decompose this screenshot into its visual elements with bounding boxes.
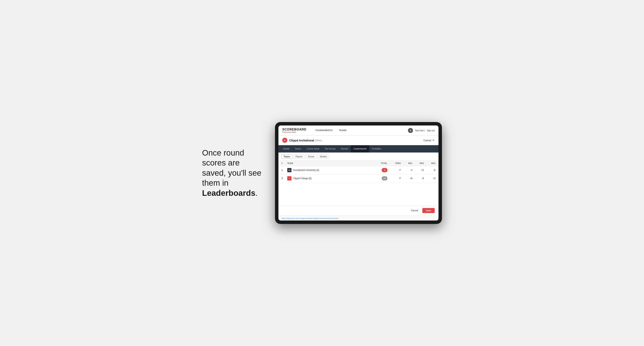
- close-icon[interactable]: ✕: [432, 139, 435, 142]
- tournament-subtitle: (Men): [315, 139, 322, 142]
- nav-tournaments[interactable]: TOURNAMENTS: [312, 126, 336, 136]
- col-rd2: RD2: [412, 162, 424, 164]
- table-row: 1 SU Scoreboard University [A] -5 F -4 +…: [278, 166, 438, 174]
- table-row: 2 C Clippd College [A] +3 F +8 -8 +3: [278, 174, 438, 182]
- sub-tab-players[interactable]: Players: [294, 155, 305, 159]
- tournament-header: C Clippd Invitational (Men) Cancel ✕: [278, 136, 438, 145]
- tab-teams[interactable]: Teams: [292, 145, 304, 153]
- tab-printables[interactable]: Printables: [369, 145, 384, 153]
- nav-right: S Test User | Sign out: [408, 128, 435, 133]
- col-thru: THRU: [388, 162, 401, 164]
- thru-2: F: [388, 177, 401, 180]
- rd2-1: +5: [412, 169, 424, 172]
- tab-details[interactable]: Details: [280, 145, 292, 153]
- cancel-button[interactable]: Cancel: [409, 208, 420, 213]
- nav-teams[interactable]: TEAMS: [336, 126, 350, 136]
- col-team: TEAM: [287, 162, 372, 164]
- sub-tab-teams[interactable]: Teams: [282, 155, 292, 159]
- col-total: TOTAL: [372, 162, 388, 164]
- sub-tab-scores[interactable]: Scores: [306, 155, 317, 159]
- tab-bar: Details Teams Course Setup Tee Groups Re…: [278, 145, 438, 153]
- footer: Cancel Save: [278, 205, 438, 215]
- col-rank: #: [282, 162, 287, 164]
- total-2: +3: [372, 176, 388, 180]
- sub-tab-strokes[interactable]: Strokes: [318, 155, 329, 159]
- col-rd1: RD1: [401, 162, 412, 164]
- sub-tab-bar: Teams Players Scores Strokes: [278, 153, 438, 161]
- team-logo-2: C: [287, 176, 292, 180]
- rd1-1: -4: [401, 169, 412, 172]
- tournament-cancel[interactable]: Cancel ✕: [424, 139, 435, 142]
- leaderboard-table: # TEAM TOTAL THRU RD1 RD2 RD3 1 SU Scor: [278, 161, 438, 182]
- rd1-2: +8: [401, 177, 412, 180]
- nav-links: TOURNAMENTS TEAMS: [312, 126, 408, 136]
- user-name: Test User |: [415, 129, 425, 132]
- thru-1: F: [388, 169, 401, 172]
- tournament-title: Clippd Invitational: [289, 139, 314, 142]
- url-bar: https://stage-blue-coach.stagescoreboard…: [278, 215, 438, 220]
- rank-1: 1: [282, 169, 287, 172]
- score-badge-1: -5: [382, 168, 388, 172]
- team-cell-2: C Clippd College [A]: [287, 176, 372, 180]
- team-logo-1: SU: [287, 168, 292, 172]
- tab-tee-groups[interactable]: Tee Groups: [322, 145, 338, 153]
- score-badge-2: +3: [382, 176, 388, 180]
- col-rd3: RD3: [424, 162, 436, 164]
- tablet-screen: SCOREBOARD Powered by clippd TOURNAMENTS…: [278, 126, 438, 220]
- total-1: -5: [372, 168, 388, 172]
- url-text: https://stage-blue-coach.stagescoreboard…: [282, 217, 338, 219]
- rank-2: 2: [282, 177, 287, 180]
- tab-results[interactable]: Results: [338, 145, 351, 153]
- sidebar-description: Once round scores are saved, you'll see …: [202, 148, 264, 198]
- user-avatar: S: [408, 128, 413, 133]
- tablet-device: SCOREBOARD Powered by clippd TOURNAMENTS…: [275, 122, 442, 224]
- logo-sub: Powered by clippd: [282, 131, 306, 133]
- tab-course-setup[interactable]: Course Setup: [304, 145, 322, 153]
- logo-area: SCOREBOARD Powered by clippd: [282, 128, 306, 133]
- save-button[interactable]: Save: [422, 208, 435, 213]
- rd2-2: -8: [412, 177, 424, 180]
- rd3-1: -6: [424, 169, 436, 172]
- tab-leaderboards[interactable]: Leaderboards: [351, 145, 369, 153]
- table-header: # TEAM TOTAL THRU RD1 RD2 RD3: [278, 161, 438, 166]
- team-cell-1: SU Scoreboard University [A]: [287, 168, 372, 172]
- rd3-2: +3: [424, 177, 436, 180]
- sign-out-link[interactable]: Sign out: [427, 129, 435, 132]
- nav-bar: SCOREBOARD Powered by clippd TOURNAMENTS…: [278, 126, 438, 136]
- tournament-icon: C: [282, 138, 287, 143]
- spacer: [278, 182, 438, 205]
- logo-text: SCOREBOARD: [282, 128, 306, 131]
